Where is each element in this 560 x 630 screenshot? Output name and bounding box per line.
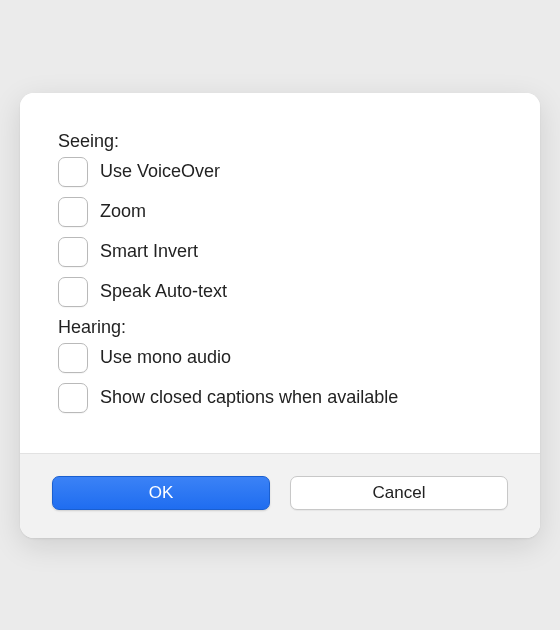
option-row-smart-invert: Smart Invert [58,237,502,267]
hearing-section-label: Hearing: [58,317,502,338]
option-row-closed-captions: Show closed captions when available [58,383,502,413]
option-row-mono-audio: Use mono audio [58,343,502,373]
checkbox-zoom[interactable] [58,197,88,227]
label-smart-invert: Smart Invert [100,241,198,262]
cancel-button[interactable]: Cancel [290,476,508,510]
dialog-content: Seeing: Use VoiceOver Zoom Smart Invert … [20,93,540,453]
label-closed-captions: Show closed captions when available [100,387,398,408]
option-row-zoom: Zoom [58,197,502,227]
option-row-speak-auto-text: Speak Auto-text [58,277,502,307]
label-zoom: Zoom [100,201,146,222]
label-speak-auto-text: Speak Auto-text [100,281,227,302]
checkbox-mono-audio[interactable] [58,343,88,373]
checkbox-smart-invert[interactable] [58,237,88,267]
checkbox-closed-captions[interactable] [58,383,88,413]
option-row-voiceover: Use VoiceOver [58,157,502,187]
checkbox-voiceover[interactable] [58,157,88,187]
accessibility-dialog: Seeing: Use VoiceOver Zoom Smart Invert … [20,93,540,538]
checkbox-speak-auto-text[interactable] [58,277,88,307]
label-voiceover: Use VoiceOver [100,161,220,182]
ok-button[interactable]: OK [52,476,270,510]
dialog-footer: OK Cancel [20,453,540,538]
seeing-section-label: Seeing: [58,131,502,152]
label-mono-audio: Use mono audio [100,347,231,368]
